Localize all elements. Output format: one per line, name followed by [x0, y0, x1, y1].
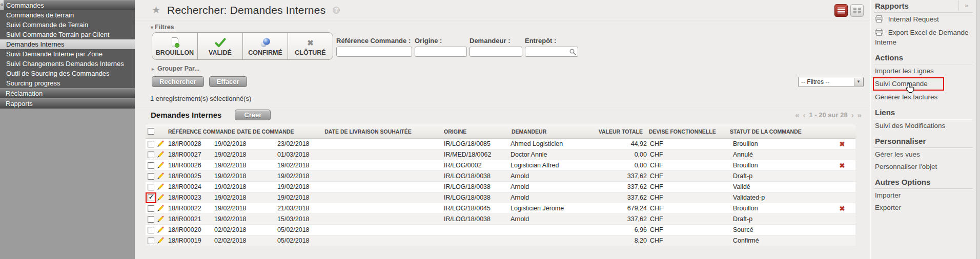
create-button[interactable]: Créer	[235, 110, 271, 120]
panel-item-internal-request[interactable]: Internal Request	[874, 13, 973, 26]
row-checkbox[interactable]	[148, 184, 154, 190]
edit-pencil-icon[interactable]	[157, 226, 164, 233]
row-checkbox[interactable]	[148, 141, 154, 147]
filter-valide-button[interactable]: VALIDÉ	[197, 33, 242, 59]
table-row[interactable]: 18/IR00027 19/02/2018 01/03/2018 IR/MED/…	[146, 149, 855, 160]
table-row[interactable]: 18/IR00021 19/02/2018 15/03/2018 IR/LOG/…	[146, 214, 855, 225]
cell-reference: 18/IR00020	[168, 226, 214, 233]
column-header-requestor[interactable]: DEMANDEUR	[506, 128, 595, 135]
search-icon[interactable]	[569, 49, 576, 55]
next-page-icon[interactable]: ›	[851, 111, 854, 119]
row-checkbox[interactable]	[148, 216, 154, 223]
edit-pencil-icon[interactable]	[157, 172, 164, 180]
delete-row-icon[interactable]: ✖	[840, 205, 845, 212]
row-checkbox[interactable]	[148, 195, 154, 201]
row-checkbox[interactable]	[148, 205, 154, 212]
sidebar-item-suivi-changements-demandes-internes[interactable]: Suivi Changements Demandes Internes	[0, 59, 135, 69]
select-all-checkbox[interactable]	[148, 128, 154, 135]
table-row[interactable]: 18/IR00023 19/02/2018 19/02/2018 IR/LOG/…	[146, 192, 855, 203]
prev-page-icon[interactable]: ‹	[803, 111, 806, 119]
cell-status: Validé	[731, 183, 833, 190]
sidebar-collapse-icon[interactable]: «	[0, 0, 4, 10]
edit-pencil-icon[interactable]	[157, 162, 164, 169]
column-header-total[interactable]: VALEUR TOTALE	[595, 128, 643, 135]
last-page-icon[interactable]: »	[858, 111, 862, 119]
filter-confirme-button[interactable]: CONFIRMÉ	[242, 33, 288, 59]
panel-item-suivi-des-modifications[interactable]: Suivi des Modifications	[874, 119, 973, 132]
sidebar-group-r-clamation[interactable]: Réclamation	[0, 88, 135, 98]
sidebar-item-suivi-demande-interne-par-zone[interactable]: Suivi Demande Interne par Zone	[0, 49, 135, 59]
edit-pencil-icon[interactable]	[157, 205, 164, 212]
panel-item-g-n-rer-les-factures[interactable]: Générer les factures	[874, 91, 973, 103]
form-view-button[interactable]	[850, 4, 864, 17]
cell-requestor: Arnold	[511, 215, 599, 223]
panel-item-personnaliser-l-objet[interactable]: Personnaliser l'objet	[874, 160, 973, 172]
search-fields: Référence Commande : Origine : Demandeur…	[336, 32, 578, 57]
row-checkbox[interactable]	[148, 227, 154, 233]
cell-order-date: 19/02/2018	[214, 162, 277, 169]
table-row[interactable]: 18/IR00024 19/02/2018 19/02/2018 IR/LOG/…	[146, 182, 855, 192]
cell-currency: CHF	[647, 151, 731, 158]
table-row[interactable]: 18/IR00028 19/02/2018 23/02/2018 IR/LOG/…	[146, 139, 855, 149]
table-row[interactable]: 18/IR00026 19/02/2018 19/02/2018 IR/LOG/…	[146, 160, 855, 171]
filter-brouillon-button[interactable]: BROUILLON	[152, 33, 197, 59]
column-header-currency[interactable]: DEVISE FONCTIONNELLE	[643, 128, 727, 135]
edit-pencil-icon[interactable]	[157, 237, 164, 244]
edit-pencil-icon[interactable]	[157, 183, 164, 190]
sidebar-item-demandes-internes[interactable]: Demandes Internes	[0, 39, 135, 49]
scrollbar-track[interactable]	[976, 0, 980, 259]
filter-cloture-button[interactable]: ✖ CLÔTURÉ	[288, 33, 333, 59]
row-checkbox[interactable]	[148, 238, 154, 244]
help-icon[interactable]: ?	[333, 7, 340, 14]
filters-section-toggle[interactable]: ▾Filtres	[151, 24, 870, 31]
panel-item-importer-les-lignes[interactable]: Importer les Lignes	[874, 64, 973, 77]
filter-row: BROUILLON VALIDÉ	[152, 32, 870, 60]
delete-row-icon[interactable]: ✖	[840, 162, 845, 169]
column-header-delivery-date[interactable]: DATE DE LIVRAISON SOUHAITÉE	[296, 128, 440, 135]
panel-item-importer[interactable]: Importer	[874, 189, 973, 201]
sidebar-item-sourcing-progress[interactable]: Sourcing progress	[0, 78, 135, 88]
row-checkbox[interactable]	[148, 152, 154, 158]
table-row[interactable]: 18/IR00019 02/02/2018 05/02/2018 8,20 CH…	[146, 235, 855, 246]
demandeur-input[interactable]	[469, 47, 522, 57]
cell-currency: CHF	[647, 237, 731, 244]
search-button[interactable]: Rechercher	[152, 76, 204, 87]
panel-collapse-icon[interactable]: »	[958, 1, 974, 11]
column-header-status[interactable]: STATUT DE LA COMMANDE	[727, 128, 829, 135]
sidebar-group-commandes[interactable]: Commandes	[4, 0, 135, 10]
table-row[interactable]: 18/IR00022 19/02/2018 21/03/2018 IR/LOG/…	[146, 203, 855, 214]
sidebar-item-suivi-commande-terrain-par-client[interactable]: Suivi Commande Terrain par Client	[0, 30, 135, 39]
panel-item-g-rer-les-vues[interactable]: Gérer les vues	[874, 148, 973, 160]
saved-filters-dropdown[interactable]: -- Filtres -- ▼	[798, 77, 864, 87]
sidebar-item-suivi-commande-de-terrain[interactable]: Suivi Commande de Terrain	[0, 20, 135, 30]
edit-pencil-icon[interactable]	[157, 215, 164, 223]
sidebar-item-outil-de-sourcing-des-commandes[interactable]: Outil de Sourcing des Commandes	[0, 69, 135, 78]
field-label: Origine :	[415, 35, 467, 47]
panel-item-exporter[interactable]: Exporter	[874, 201, 973, 213]
column-header-origin[interactable]: ORIGINE	[440, 128, 506, 135]
favorite-star-icon[interactable]: ★	[152, 4, 160, 16]
column-header-reference[interactable]: RÉFÉRENCE COMMANDE	[168, 128, 235, 135]
group-by-toggle[interactable]: ►Grouper Par...	[151, 65, 870, 72]
delete-row-icon[interactable]: ✖	[840, 140, 845, 148]
row-checkbox[interactable]	[148, 173, 154, 180]
edit-pencil-icon[interactable]	[157, 194, 164, 201]
cell-requestor: Arnold	[511, 172, 599, 180]
list-view-button[interactable]	[834, 4, 848, 17]
panel-item-suivi-commande[interactable]: Suivi Commande	[874, 78, 943, 90]
sidebar-group-rapports[interactable]: Rapports	[0, 98, 135, 109]
sidebar-item-label: Sourcing progress	[6, 79, 60, 87]
origine-input[interactable]	[415, 47, 467, 57]
edit-pencil-icon[interactable]	[157, 151, 164, 158]
cell-order-date: 19/02/2018	[214, 140, 277, 147]
row-checkbox[interactable]	[148, 162, 154, 169]
reference-commande-input[interactable]	[336, 47, 412, 57]
first-page-icon[interactable]: «	[795, 111, 799, 119]
panel-item-export-excel-de-demande-interne[interactable]: Export Excel de Demande Interne	[874, 26, 973, 48]
edit-pencil-icon[interactable]	[157, 140, 164, 147]
table-row[interactable]: 18/IR00020 02/02/2018 05/02/2018 6,96 CH…	[146, 225, 855, 235]
clear-button[interactable]: Effacer	[209, 76, 247, 87]
column-header-order-date[interactable]: DATE DE COMMANDE	[235, 128, 296, 135]
sidebar-item-commandes-de-terrain[interactable]: Commandes de terrain	[0, 10, 135, 20]
table-row[interactable]: 18/IR00025 19/02/2018 19/02/2018 IR/LOG/…	[146, 171, 855, 182]
